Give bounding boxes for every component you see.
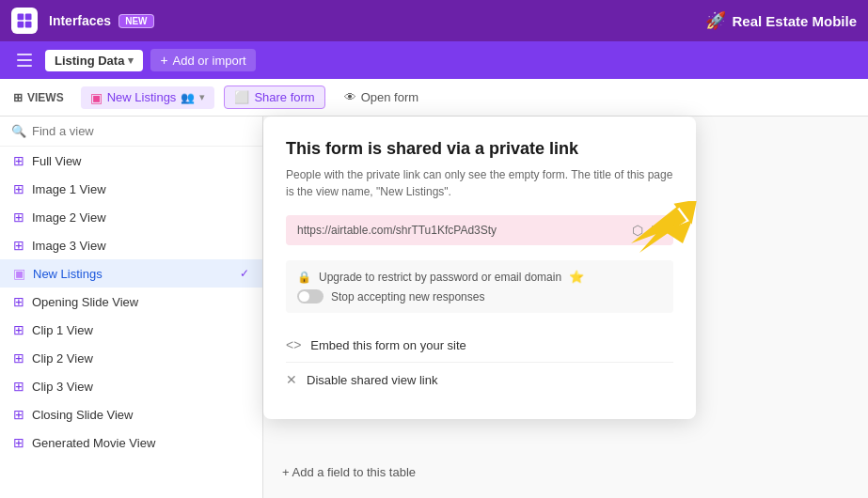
tab-form-icon: ▣ <box>90 90 103 105</box>
embed-icon: <> <box>286 337 301 352</box>
grid-icon: ⊞ <box>13 238 24 253</box>
tab-caret-icon: ▾ <box>199 91 205 103</box>
add-field-label: + Add a field to this table <box>282 465 416 479</box>
sidebar-item-clip3[interactable]: ⊞ Clip 3 View <box>0 372 262 400</box>
listing-data-tab[interactable]: Listing Data ▾ <box>45 50 143 71</box>
lock-icon: 🔒 <box>297 271 311 284</box>
grid-icon: ⊞ <box>13 153 24 168</box>
grid-icon: ⊞ <box>13 322 24 337</box>
listing-data-label: Listing Data <box>55 54 124 68</box>
embed-label: Embed this form on your site <box>310 338 466 352</box>
stop-responses-toggle[interactable] <box>297 289 324 303</box>
sidebar: 🔍 ⊞ Full View ⊞ Image 1 View ⊞ Image 2 V… <box>0 117 263 498</box>
sidebar-item-image1[interactable]: ⊞ Image 1 View <box>0 175 262 203</box>
grid-icon: ⊞ <box>13 435 24 450</box>
search-icon: 🔍 <box>11 124 26 138</box>
share-icon: ⬜ <box>234 90 249 104</box>
grid-icon: ⊞ <box>13 407 24 422</box>
sidebar-item-full-view[interactable]: ⊞ Full View <box>0 147 262 175</box>
sub-toolbar: ⊞ VIEWS ▣ New Listings 👥 ▾ ⬜ Share form … <box>0 79 868 117</box>
disable-label: Disable shared view link <box>307 373 437 387</box>
hamburger-menu[interactable] <box>11 47 38 73</box>
sidebar-item-opening-slide[interactable]: ⊞ Opening Slide View <box>0 288 262 316</box>
tab-arrow-icon: ▾ <box>128 54 134 67</box>
sidebar-item-label: Image 2 View <box>32 210 249 225</box>
svg-rect-3 <box>25 22 32 28</box>
sidebar-item-label: Clip 2 View <box>32 351 249 366</box>
people-icon: 👥 <box>181 91 195 104</box>
top-nav: Interfaces NEW 🚀 Real Estate Mobile <box>0 0 868 41</box>
upgrade-text: Upgrade to restrict by password or email… <box>319 271 561 284</box>
app-logo <box>11 8 38 34</box>
new-listings-tab[interactable]: ▣ New Listings 👥 ▾ <box>81 86 215 109</box>
grid-icon: ⊞ <box>13 379 24 394</box>
sidebar-item-label: Generated Movie View <box>32 436 249 450</box>
nav-app-name: Interfaces <box>49 13 111 28</box>
toggle-row: Stop accepting new responses <box>297 289 662 303</box>
sidebar-item-label: Clip 3 View <box>32 380 249 394</box>
add-field-button[interactable]: + Add a field to this table <box>282 465 416 479</box>
upgrade-row: 🔒 Upgrade to restrict by password or ema… <box>297 270 662 284</box>
add-or-import-label: Add or import <box>173 54 246 68</box>
popup-options: <> Embed this form on your site ✕ Disabl… <box>286 328 673 397</box>
form-icon: ▣ <box>13 266 25 281</box>
arrow-indicator <box>626 201 702 260</box>
sidebar-item-label: Clip 1 View <box>32 323 249 337</box>
sidebar-item-label: Opening Slide View <box>32 295 249 309</box>
grid-icon: ⊞ <box>13 181 24 196</box>
sidebar-item-image2[interactable]: ⊞ Image 2 View <box>0 203 262 231</box>
sidebar-item-clip2[interactable]: ⊞ Clip 2 View <box>0 344 262 372</box>
sidebar-item-label: Full View <box>32 154 249 168</box>
toggle-label: Stop accepting new responses <box>331 290 484 303</box>
add-or-import-button[interactable]: + Add or import <box>150 49 255 71</box>
toolbar: Listing Data ▾ + Add or import <box>0 41 868 79</box>
share-form-popup: This form is shared via a private link P… <box>263 117 696 419</box>
views-grid-icon: ⊞ <box>13 91 23 104</box>
svg-rect-2 <box>18 22 24 28</box>
share-form-button[interactable]: ⬜ Share form <box>224 86 324 109</box>
sidebar-item-clip1[interactable]: ⊞ Clip 1 View <box>0 316 262 344</box>
plus-icon: + <box>160 53 167 68</box>
upgrade-section: 🔒 Upgrade to restrict by password or ema… <box>286 260 673 313</box>
sidebar-item-label: New Listings <box>33 267 232 281</box>
nav-project-title: 🚀 Real Estate Mobile <box>705 10 857 31</box>
sidebar-item-label: Image 3 View <box>32 239 249 253</box>
svg-rect-0 <box>18 14 24 21</box>
main-area: 🔍 ⊞ Full View ⊞ Image 1 View ⊞ Image 2 V… <box>0 117 868 498</box>
sidebar-item-generated-movie[interactable]: ⊞ Generated Movie View <box>0 428 262 457</box>
open-form-button[interactable]: 👁 Open form <box>335 86 428 108</box>
x-icon: ✕ <box>286 372 297 387</box>
sidebar-item-new-listings[interactable]: ▣ New Listings ✓ <box>0 259 262 288</box>
star-icon: ⭐ <box>569 270 584 284</box>
search-input[interactable] <box>32 124 251 138</box>
sidebar-item-label: Closing Slide View <box>32 408 249 422</box>
check-icon: ✓ <box>240 267 249 280</box>
link-row: https://airtable.com/shrTTu1KfcPAd3Sty ⬡… <box>286 215 673 245</box>
sidebar-item-label: Image 1 View <box>32 182 249 196</box>
popup-title: This form is shared via a private link <box>286 139 673 159</box>
svg-rect-1 <box>25 14 32 21</box>
disable-option[interactable]: ✕ Disable shared view link <box>286 362 673 397</box>
grid-icon: ⊞ <box>13 350 24 366</box>
rocket-icon: 🚀 <box>705 10 726 31</box>
eye-icon: 👁 <box>344 90 356 104</box>
share-link-text[interactable]: https://airtable.com/shrTTu1KfcPAd3Sty <box>297 224 632 237</box>
popup-description: People with the private link can only se… <box>286 166 673 200</box>
sidebar-item-image3[interactable]: ⊞ Image 3 View <box>0 231 262 259</box>
embed-option[interactable]: <> Embed this form on your site <box>286 328 673 362</box>
grid-icon: ⊞ <box>13 210 24 225</box>
sidebar-search-container: 🔍 <box>0 117 262 147</box>
grid-icon: ⊞ <box>13 294 24 309</box>
sidebar-item-closing-slide[interactable]: ⊞ Closing Slide View <box>0 400 262 428</box>
nav-badge: NEW <box>118 14 153 28</box>
views-label: ⊞ VIEWS <box>13 91 71 104</box>
